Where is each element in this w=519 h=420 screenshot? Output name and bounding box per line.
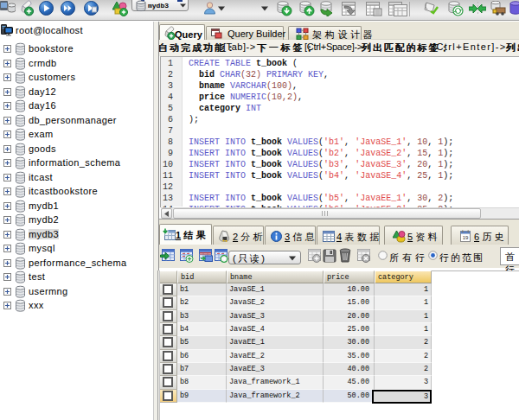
svg-text:19: 19: [463, 235, 469, 240]
